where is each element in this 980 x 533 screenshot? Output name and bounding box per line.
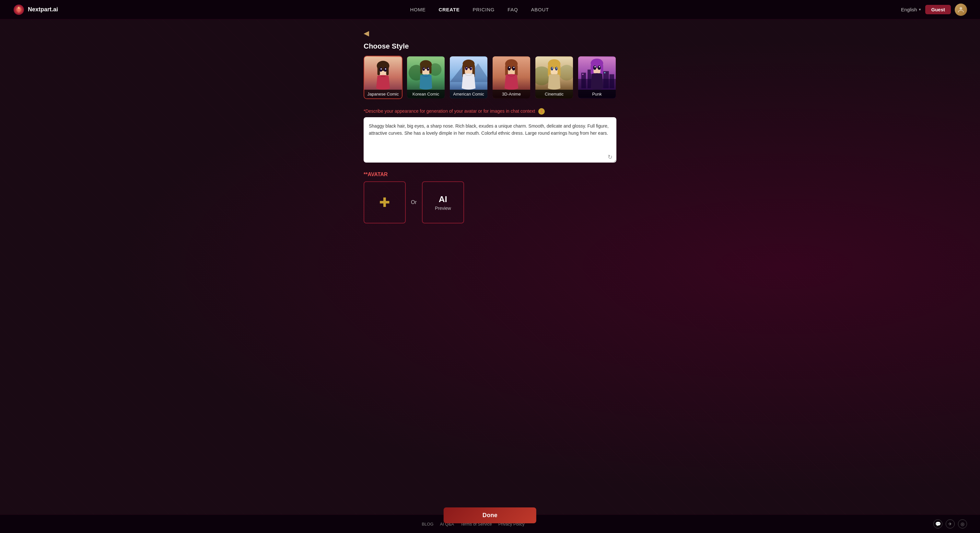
svg-point-52 (556, 68, 557, 69)
style-card-punk[interactable]: Punk (578, 56, 616, 99)
style-card-japanese-label: Japanese Comic (364, 90, 402, 98)
nav-faq[interactable]: FAQ (508, 7, 518, 12)
svg-point-21 (428, 68, 429, 69)
svg-rect-64 (600, 64, 603, 74)
logo-area: Nextpart.ai (13, 4, 58, 16)
logo-icon (13, 4, 25, 16)
svg-point-50 (555, 67, 558, 71)
style-card-american[interactable]: American Comic (449, 56, 488, 99)
ai-preview-box[interactable]: AI Preview (422, 181, 464, 224)
header: Nextpart.ai HOME CREATE PRICING FAQ ABOU… (0, 0, 980, 19)
footer-telegram-icon[interactable]: ✈ (946, 519, 955, 528)
lang-dropdown-arrow: ▼ (918, 8, 922, 11)
svg-rect-57 (603, 71, 609, 89)
svg-point-31 (466, 67, 467, 68)
svg-point-10 (385, 68, 386, 70)
language-selector[interactable]: English ▼ (901, 7, 921, 12)
style-card-3danime-label: 3D-Anime (493, 90, 530, 98)
svg-point-60 (604, 72, 605, 73)
style-card-korean-label: Korean Comic (407, 90, 445, 98)
svg-point-59 (582, 73, 584, 75)
svg-point-18 (422, 67, 425, 71)
svg-point-49 (550, 67, 553, 71)
svg-point-40 (509, 67, 510, 68)
refresh-icon[interactable]: ↻ (608, 154, 612, 160)
svg-point-29 (465, 67, 468, 70)
ai-preview-title: AI (439, 194, 447, 204)
svg-point-30 (469, 67, 472, 70)
footer-icons: 💬 ✈ ◎ (933, 519, 967, 528)
nav-about[interactable]: ABOUT (531, 7, 549, 12)
avatar-label-text: *AVATAR (366, 171, 388, 177)
svg-point-41 (513, 67, 515, 68)
svg-rect-58 (609, 74, 614, 89)
style-card-japanese[interactable]: Japanese Comic (364, 56, 402, 99)
language-label: English (901, 7, 917, 12)
svg-point-8 (384, 67, 387, 72)
style-card-korean[interactable]: Korean Comic (406, 56, 445, 99)
style-card-punk-label: Punk (578, 90, 616, 98)
footer-social-icon[interactable]: ◎ (958, 519, 967, 528)
svg-rect-55 (581, 73, 586, 89)
svg-point-32 (471, 67, 471, 68)
main-nav: HOME CREATE PRICING FAQ ABOUT (410, 7, 549, 12)
avatar-row: ✚ Or AI Preview (364, 181, 616, 224)
svg-point-9 (380, 68, 382, 70)
style-card-american-label: American Comic (450, 90, 487, 98)
style-card-cinematic-label: Cinematic (535, 90, 573, 98)
description-info-icon[interactable]: i (538, 108, 545, 115)
nav-create[interactable]: CREATE (439, 7, 460, 12)
ai-preview-sub: Preview (435, 206, 451, 211)
description-textarea[interactable]: Shaggy black hair, big eyes, a sharp nos… (364, 117, 616, 163)
svg-point-19 (427, 67, 430, 71)
description-wrapper: Shaggy black hair, big eyes, a sharp nos… (364, 117, 616, 164)
avatar-section: **AVATAR ✚ Or AI Preview (364, 171, 616, 224)
header-right: English ▼ Guest (901, 3, 967, 16)
svg-point-67 (594, 66, 596, 67)
style-cards-container: Japanese Comic (364, 56, 616, 99)
svg-rect-17 (430, 66, 432, 73)
user-avatar[interactable] (955, 3, 967, 16)
svg-point-65 (593, 65, 596, 70)
nav-pricing[interactable]: PRICING (473, 7, 495, 12)
svg-point-68 (599, 66, 600, 67)
section-title: Choose Style (364, 42, 616, 51)
upload-plus-icon: ✚ (379, 195, 390, 210)
svg-point-39 (512, 66, 515, 71)
svg-point-1 (959, 7, 962, 10)
back-button[interactable]: ◀ (364, 29, 369, 38)
footer-chat-icon[interactable]: 💬 (933, 519, 942, 528)
svg-rect-37 (515, 65, 518, 76)
svg-point-7 (379, 67, 382, 72)
svg-point-66 (598, 65, 601, 70)
footer-link-blog[interactable]: BLOG (422, 522, 433, 527)
main-content: ◀ Choose Style (357, 19, 623, 263)
style-card-3danime[interactable]: 3D-Anime (492, 56, 531, 99)
svg-point-51 (552, 68, 553, 69)
svg-point-20 (423, 68, 425, 69)
style-card-cinematic[interactable]: Cinematic (535, 56, 574, 99)
description-label: *Describe your appearance for generation… (364, 108, 616, 115)
logo-text: Nextpart.ai (28, 6, 58, 13)
svg-rect-36 (505, 65, 508, 76)
svg-rect-63 (591, 64, 594, 74)
avatar-label: **AVATAR (364, 171, 616, 178)
or-text: Or (411, 200, 417, 205)
upload-avatar-box[interactable]: ✚ (364, 181, 406, 224)
done-button[interactable]: Done (444, 508, 536, 523)
svg-point-38 (508, 66, 511, 71)
svg-rect-16 (420, 66, 423, 73)
nav-home[interactable]: HOME (410, 7, 425, 12)
guest-button[interactable]: Guest (925, 5, 951, 14)
description-label-text: Describe your appearance for generation … (365, 108, 535, 114)
